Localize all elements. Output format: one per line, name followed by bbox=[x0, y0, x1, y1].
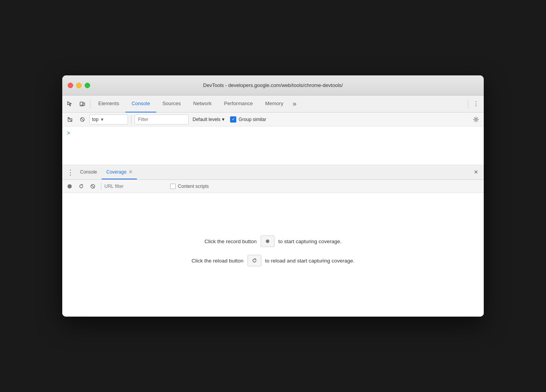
tab-performance[interactable]: Performance bbox=[218, 95, 259, 112]
reload-message-before: Click the reload button bbox=[191, 258, 243, 264]
console-divider bbox=[131, 115, 131, 124]
traffic-lights bbox=[68, 83, 90, 88]
group-similar-section: ✓ Group similar bbox=[230, 116, 266, 123]
svg-point-7 bbox=[475, 118, 477, 120]
main-tabs: Elements Console Sources Network Perform… bbox=[92, 95, 466, 112]
reload-button-inline-icon bbox=[247, 255, 261, 266]
coverage-toolbar: Content scripts bbox=[62, 180, 484, 193]
url-filter-input[interactable] bbox=[104, 184, 162, 189]
svg-point-8 bbox=[68, 184, 72, 188]
context-dropdown-icon: ▼ bbox=[100, 117, 104, 122]
window-title: DevTools - developers.google.com/web/too… bbox=[203, 82, 343, 88]
tab-console[interactable]: Console bbox=[125, 95, 156, 112]
top-toolbar: Elements Console Sources Network Perform… bbox=[62, 95, 484, 112]
coverage-tab-close[interactable]: × bbox=[129, 169, 132, 175]
bottom-tab-coverage[interactable]: Coverage × bbox=[102, 165, 137, 179]
coverage-toolbar-divider bbox=[101, 182, 101, 190]
toolbar-divider-right bbox=[468, 99, 468, 109]
maximize-button[interactable] bbox=[85, 83, 90, 88]
tab-sources[interactable]: Sources bbox=[156, 95, 187, 112]
close-button[interactable] bbox=[68, 83, 73, 88]
svg-point-11 bbox=[266, 240, 269, 243]
minimize-button[interactable] bbox=[76, 83, 82, 88]
context-value: top bbox=[92, 117, 99, 122]
clear-coverage-button[interactable] bbox=[88, 181, 98, 191]
svg-line-10 bbox=[92, 185, 94, 187]
more-options-button[interactable]: ⋮ bbox=[470, 98, 482, 110]
more-tabs-button[interactable]: » bbox=[290, 95, 300, 112]
start-recording-button[interactable] bbox=[65, 181, 75, 191]
bottom-panel: ⋮ Console Coverage × × bbox=[62, 165, 484, 317]
bottom-panel-menu-button[interactable]: ⋮ bbox=[65, 167, 75, 178]
record-message-after: to start capturing coverage. bbox=[278, 239, 342, 244]
close-bottom-panel-button[interactable]: × bbox=[471, 167, 481, 178]
devtools-window: DevTools - developers.google.com/web/too… bbox=[62, 75, 484, 317]
block-requests-button[interactable] bbox=[77, 114, 88, 125]
svg-line-6 bbox=[81, 118, 84, 121]
console-settings-button[interactable] bbox=[471, 114, 481, 125]
toolbar-divider bbox=[90, 99, 90, 109]
tab-network[interactable]: Network bbox=[187, 95, 218, 112]
group-similar-label: Group similar bbox=[239, 117, 266, 122]
tab-elements[interactable]: Elements bbox=[92, 95, 125, 112]
default-levels-arrow: ▾ bbox=[222, 116, 225, 122]
clear-console-button[interactable] bbox=[65, 114, 75, 125]
record-coverage-message: Click the record button to start capturi… bbox=[205, 235, 342, 247]
group-similar-checkbox[interactable]: ✓ bbox=[230, 116, 236, 123]
titlebar: DevTools - developers.google.com/web/too… bbox=[62, 75, 484, 95]
record-button-inline-icon bbox=[261, 235, 275, 247]
record-message-before: Click the record button bbox=[205, 239, 257, 244]
inspect-element-button[interactable] bbox=[64, 98, 76, 110]
tab-memory[interactable]: Memory bbox=[259, 95, 290, 112]
content-scripts-checkbox[interactable] bbox=[170, 184, 176, 189]
content-scripts-label: Content scripts bbox=[178, 184, 209, 189]
console-filter-input[interactable] bbox=[135, 114, 189, 124]
reload-coverage-message: Click the reload button to reload and st… bbox=[191, 255, 354, 266]
bottom-tabs-bar: ⋮ Console Coverage × × bbox=[62, 165, 484, 180]
bottom-tab-console[interactable]: Console bbox=[75, 165, 102, 179]
default-levels-label: Default levels bbox=[193, 117, 220, 122]
reload-message-after: to reload and start capturing coverage. bbox=[265, 258, 355, 264]
devtools-panel: Elements Console Sources Network Perform… bbox=[62, 95, 484, 317]
console-toolbar: top ▼ Default levels ▾ ✓ Group similar bbox=[62, 112, 484, 126]
svg-rect-1 bbox=[83, 103, 85, 106]
context-selector[interactable]: top ▼ bbox=[89, 114, 128, 124]
toggle-device-toolbar-button[interactable] bbox=[76, 98, 89, 110]
svg-line-4 bbox=[68, 118, 72, 121]
console-output: > bbox=[62, 126, 484, 165]
content-scripts-section: Content scripts bbox=[170, 184, 209, 189]
coverage-content-area: Click the record button to start capturi… bbox=[62, 193, 484, 317]
console-prompt: > bbox=[67, 130, 70, 136]
default-levels-button[interactable]: Default levels ▾ bbox=[190, 116, 227, 123]
reload-and-record-button[interactable] bbox=[76, 181, 86, 191]
